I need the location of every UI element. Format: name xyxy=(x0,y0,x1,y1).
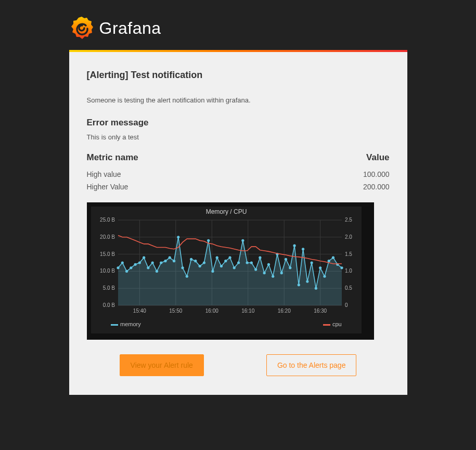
svg-text:Memory / CPU: Memory / CPU xyxy=(205,208,247,215)
svg-point-40 xyxy=(151,261,153,264)
alert-email: Grafana [Alerting] Test notification Som… xyxy=(0,0,476,450)
svg-point-48 xyxy=(185,275,188,278)
chart-panel: Memory / CPU0.0 B5.0 B10.0 B15.0 B20.0 B… xyxy=(87,202,374,340)
svg-text:5.0 B: 5.0 B xyxy=(102,285,115,291)
brand-header: Grafana xyxy=(69,16,407,41)
svg-point-80 xyxy=(323,275,326,278)
svg-point-56 xyxy=(220,265,222,267)
svg-point-46 xyxy=(177,236,179,238)
svg-text:1.5: 1.5 xyxy=(345,251,352,257)
svg-point-51 xyxy=(198,265,201,267)
svg-rect-85 xyxy=(111,324,118,326)
grafana-logo-icon xyxy=(69,16,94,41)
svg-point-84 xyxy=(340,266,343,269)
svg-point-43 xyxy=(164,260,166,262)
svg-point-60 xyxy=(237,261,239,264)
svg-point-57 xyxy=(224,260,227,262)
svg-point-65 xyxy=(259,256,261,259)
memory-cpu-chart: Memory / CPU0.0 B5.0 B10.0 B15.0 B20.0 B… xyxy=(91,207,362,333)
svg-text:16:20: 16:20 xyxy=(277,308,290,314)
svg-point-39 xyxy=(147,266,149,269)
svg-point-50 xyxy=(194,260,197,262)
svg-text:16:30: 16:30 xyxy=(314,308,327,314)
metric-value: 100.000 xyxy=(287,168,390,181)
svg-text:1.0: 1.0 xyxy=(345,268,352,274)
svg-point-76 xyxy=(306,280,308,282)
go-to-alerts-page-button[interactable]: Go to the Alerts page xyxy=(266,354,357,376)
metrics-header-name: Metric name xyxy=(87,152,287,168)
svg-text:16:00: 16:00 xyxy=(205,308,218,314)
svg-point-47 xyxy=(181,266,184,269)
svg-point-66 xyxy=(263,272,265,274)
table-row: Higher Value 200.000 xyxy=(87,181,390,193)
svg-point-58 xyxy=(228,256,231,259)
svg-text:15:50: 15:50 xyxy=(169,308,182,314)
alert-card: [Alerting] Test notification Someone is … xyxy=(69,50,407,395)
metrics-header-value: Value xyxy=(287,152,390,168)
svg-point-45 xyxy=(172,260,175,262)
svg-point-38 xyxy=(143,256,145,259)
svg-point-32 xyxy=(117,266,119,269)
svg-text:25.0 B: 25.0 B xyxy=(100,217,115,223)
svg-point-34 xyxy=(125,270,127,273)
svg-point-72 xyxy=(289,266,291,269)
svg-text:16:10: 16:10 xyxy=(241,308,254,314)
svg-point-53 xyxy=(207,239,210,242)
svg-text:15.0 B: 15.0 B xyxy=(100,251,115,257)
svg-point-35 xyxy=(130,266,132,269)
svg-text:15:40: 15:40 xyxy=(133,308,146,314)
svg-point-41 xyxy=(155,270,158,273)
table-row: High value 100.000 xyxy=(87,168,390,181)
svg-point-68 xyxy=(272,275,274,278)
svg-text:2.0: 2.0 xyxy=(345,234,352,240)
svg-point-54 xyxy=(211,270,214,273)
svg-text:memory: memory xyxy=(120,321,141,327)
svg-point-67 xyxy=(267,263,269,266)
svg-point-64 xyxy=(254,268,257,271)
svg-point-44 xyxy=(168,256,171,259)
svg-point-42 xyxy=(160,261,162,264)
svg-point-63 xyxy=(250,261,252,264)
svg-text:0.5: 0.5 xyxy=(345,285,352,291)
brand-name: Grafana xyxy=(99,19,161,38)
svg-point-36 xyxy=(134,263,136,266)
metric-name: High value xyxy=(87,168,287,181)
svg-point-59 xyxy=(233,266,235,269)
svg-point-73 xyxy=(293,245,295,247)
svg-point-79 xyxy=(319,266,321,269)
svg-point-55 xyxy=(215,256,218,259)
svg-text:10.0 B: 10.0 B xyxy=(100,268,115,274)
svg-point-70 xyxy=(280,272,282,274)
metrics-table: Metric name Value High value 100.000 Hig… xyxy=(87,152,390,193)
svg-point-78 xyxy=(314,287,317,290)
svg-point-33 xyxy=(121,261,123,264)
svg-rect-87 xyxy=(323,324,330,326)
error-heading: Error message xyxy=(87,118,390,128)
svg-point-62 xyxy=(246,261,248,264)
svg-text:cpu: cpu xyxy=(332,321,342,327)
view-alert-rule-button[interactable]: View your Alert rule xyxy=(120,354,204,376)
svg-text:20.0 B: 20.0 B xyxy=(100,234,115,240)
svg-point-71 xyxy=(284,258,287,261)
svg-point-74 xyxy=(297,284,300,286)
svg-text:0: 0 xyxy=(345,302,348,308)
svg-text:0.0 B: 0.0 B xyxy=(102,302,115,308)
svg-point-49 xyxy=(189,258,192,261)
alert-description: Someone is testing the alert notificatio… xyxy=(87,96,390,104)
svg-point-61 xyxy=(241,239,244,242)
svg-point-82 xyxy=(331,256,334,259)
alert-title: [Alerting] Test notification xyxy=(87,70,390,81)
svg-point-37 xyxy=(138,261,140,264)
button-row: View your Alert rule Go to the Alerts pa… xyxy=(87,354,390,376)
error-body: This is only a test xyxy=(87,133,390,141)
svg-point-75 xyxy=(301,248,304,250)
metric-name: Higher Value xyxy=(87,181,287,193)
metric-value: 200.000 xyxy=(287,181,390,193)
svg-point-52 xyxy=(202,261,205,264)
svg-text:2.5: 2.5 xyxy=(345,217,352,223)
svg-point-77 xyxy=(310,261,313,264)
svg-point-81 xyxy=(327,260,330,262)
